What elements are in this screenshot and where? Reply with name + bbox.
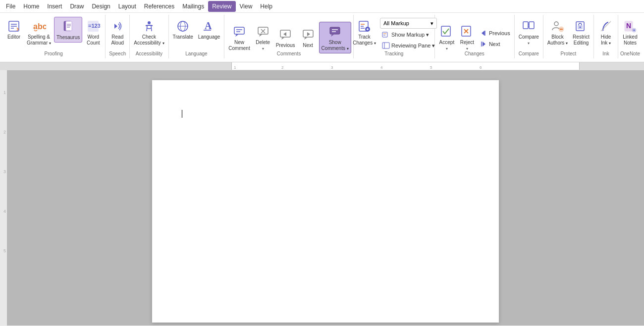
ribbon-group-onenote: N LinkedNotes OneNote [618,15,642,58]
margin-num-1: 1 [3,90,6,95]
left-margin-ruler: 1 2 3 4 5 [0,70,7,326]
previous-comment-button[interactable]: Previous [274,25,297,50]
track-changes-button[interactable]: TrackChanges ▾ [351,17,378,47]
document-page[interactable] [152,80,499,323]
show-markup-arrow: ▾ [426,32,429,38]
editor-icon [6,18,22,34]
compare-group-label: Compare [515,51,543,56]
reject-label: Reject▾ [460,40,474,51]
svg-marker-30 [283,32,286,36]
compare-icon [521,18,537,34]
compare-button[interactable]: Compare▾ [517,17,541,47]
speech-group-label: Speech [106,51,129,56]
prev-comment-icon [277,27,293,43]
read-aloud-button[interactable]: ReadAloud [107,17,127,47]
reviewing-pane-button[interactable]: Reviewing Pane ▾ [380,41,437,50]
compare-label: Compare▾ [519,34,539,46]
track-changes-icon [357,18,373,34]
ruler: 1 2 3 4 5 6 [0,62,644,70]
main-area: 1 2 3 4 5 [0,70,644,326]
language-button[interactable]: A Language [196,17,222,42]
menu-bar: File Home Insert Draw Design Layout Refe… [0,0,644,13]
text-cursor [182,110,182,118]
block-authors-button[interactable]: BlockAuthors ▾ [545,17,570,47]
show-markup-label: Show Markup [391,32,425,38]
translate-icon [175,18,191,34]
spelling-icon: abc [31,18,47,34]
new-comment-icon [231,24,247,40]
ribbon-group-ink: HideInk ▾ Ink [594,15,618,58]
menu-references[interactable]: References [140,1,178,12]
menu-draw[interactable]: Draw [66,1,88,12]
word-count-icon: =123 [85,18,101,34]
margin-num-5: 5 [3,248,6,253]
show-markup-button[interactable]: Show Markup ▾ [380,30,437,40]
svg-point-66 [580,27,581,28]
ruler-left [0,62,232,70]
svg-marker-56 [483,42,485,47]
menu-file[interactable]: File [2,1,19,12]
restrict-editing-button[interactable]: RestrictEditing [571,17,591,47]
menu-design[interactable]: Design [88,1,114,12]
svg-rect-58 [523,22,528,29]
menu-help[interactable]: Help [256,1,276,12]
svg-rect-45 [382,32,387,37]
ribbon-group-protect: BlockAuthors ▾ RestrictEditing Protect [543,15,594,58]
spelling-label: Spelling &Grammar ▾ [27,34,51,46]
all-markup-dropdown[interactable]: All Markup ▾ [380,18,437,29]
ruler-right [580,62,644,70]
linked-notes-label: LinkedNotes [623,34,637,46]
ribbon-group-compare: Compare▾ Compare [515,15,543,58]
margin-num-4: 4 [3,209,6,214]
menu-insert[interactable]: Insert [43,1,66,12]
read-aloud-label: ReadAloud [111,34,124,46]
hide-ink-icon [598,18,614,34]
ribbon-group-comments: NewComment Delete▾ [224,15,353,58]
ribbon-group-changes: Accept▾ Reject▾ [435,15,515,58]
word-count-label: WordCount [87,34,100,46]
menu-review[interactable]: Review [208,1,235,12]
next-change-label: Next [489,41,500,47]
tracking-group-label: Tracking [354,51,434,56]
restrict-editing-icon [573,18,589,34]
linked-notes-button[interactable]: N LinkedNotes [620,17,640,47]
proofing-group-label: Proofing [2,51,105,56]
accessibility-icon [141,18,157,34]
new-comment-button[interactable]: NewComment [226,22,252,53]
show-comments-button[interactable]: ShowComments ▾ [319,22,351,53]
previous-change-button[interactable]: Previous [478,28,512,38]
previous-change-label: Previous [489,30,510,36]
prev-change-icon [480,29,487,37]
check-accessibility-button[interactable]: CheckAccessibility ▾ [132,17,166,47]
new-comment-label: NewComment [228,40,250,51]
ribbon-group-accessibility: CheckAccessibility ▾ Accessibility [130,15,168,58]
translate-label: Translate [173,34,193,40]
accept-button[interactable]: Accept▾ [437,22,457,53]
language-icon: A [201,18,217,34]
menu-view[interactable]: View [236,1,257,12]
word-count-button[interactable]: =123 WordCount [83,17,103,47]
menu-home[interactable]: Home [19,1,43,12]
delete-comment-button[interactable]: Delete▾ [253,22,273,53]
ribbon-group-proofing: Editor abc Spelling &Grammar ▾ [2,15,106,58]
ruler-content: 1 2 3 4 5 6 [232,62,580,70]
svg-rect-20 [234,27,244,34]
menu-mailings[interactable]: Mailings [178,1,208,12]
reviewing-pane-icon [382,42,390,49]
reject-icon [459,24,475,40]
spelling-grammar-button[interactable]: abc Spelling &Grammar ▾ [25,17,53,47]
previous-comment-label: Previous [276,43,295,48]
menu-layout[interactable]: Layout [114,1,140,12]
thesaurus-button[interactable]: Thesaurus [54,17,82,43]
ribbon-group-speech: ReadAloud Speech [106,15,130,58]
editor-button[interactable]: Editor [4,17,24,42]
read-aloud-icon [109,18,125,34]
thesaurus-icon [60,19,76,35]
reject-button[interactable]: Reject▾ [457,22,477,53]
next-change-button[interactable]: Next [478,39,512,49]
translate-button[interactable]: Translate [171,17,195,42]
show-comments-label: ShowComments ▾ [322,40,349,51]
restrict-editing-label: RestrictEditing [573,34,590,46]
next-comment-button[interactable]: Next [298,25,318,50]
hide-ink-button[interactable]: HideInk ▾ [596,17,616,47]
